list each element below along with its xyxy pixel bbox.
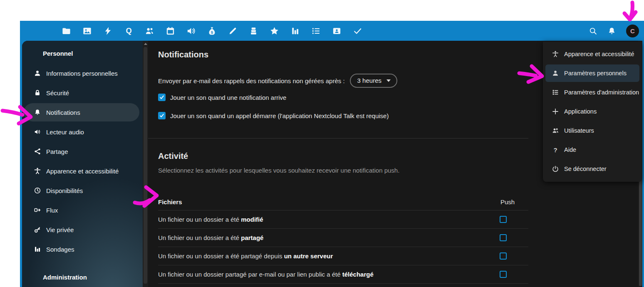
menu-item-label: Applications (564, 108, 597, 115)
files-icon[interactable] (56, 21, 77, 41)
photos-icon[interactable] (77, 21, 97, 41)
section-divider (148, 138, 528, 139)
row-text-bold: téléchargé (342, 271, 374, 278)
list-icon[interactable] (305, 21, 326, 41)
email-reminder-select[interactable]: 3 heures (350, 74, 397, 88)
bell-icon[interactable] (607, 21, 616, 41)
settings-sidebar: Personnel Informations personnelles Sécu… (22, 41, 143, 287)
sidebar-item-informations-personnelles[interactable]: Informations personnelles (24, 64, 139, 82)
contacts-icon[interactable] (139, 21, 160, 41)
row-text-bold: partagé (241, 234, 263, 241)
audio-icon[interactable] (181, 21, 201, 41)
speaker-icon (34, 129, 41, 135)
menu-item-se-deconnecter[interactable]: Se déconnecter (543, 159, 642, 178)
menu-item-label: Paramètres d'administration (564, 89, 639, 96)
menu-item-utilisateurs[interactable]: Utilisateurs (543, 121, 642, 140)
top-bar: Q $ C (20, 21, 644, 41)
sidebar-item-label: Informations personnelles (46, 70, 118, 77)
clock-icon (34, 187, 41, 194)
sidebar-scrollbar[interactable] (143, 41, 148, 287)
sidebar-heading-administration: Administration (43, 274, 87, 281)
chart-icon[interactable] (285, 21, 305, 41)
accessibility-icon (552, 51, 559, 57)
sound-call-checkbox[interactable] (158, 112, 166, 119)
money-bag-icon[interactable]: $ (201, 21, 222, 41)
push-checkbox[interactable] (500, 271, 507, 278)
sidebar-item-partage[interactable]: Partage (24, 142, 139, 161)
row-text: Un fichier ou un dossier a été (158, 234, 241, 241)
sidebar-item-disponibilites[interactable]: Disponibilités (24, 181, 139, 200)
fichiers-group-header: Fichiers (158, 198, 182, 205)
sidebar-item-label: Partage (46, 148, 68, 155)
menu-item-label: Apparence et accessibilité (564, 51, 634, 57)
user-icon (34, 70, 41, 77)
activity-table-header: Fichiers Push (158, 195, 528, 210)
svg-text:Q: Q (126, 27, 131, 35)
user-dropdown-menu: Apparence et accessibilité Paramètres pe… (543, 42, 642, 182)
email-reminder-value: 3 heures (357, 77, 381, 84)
push-checkbox[interactable] (500, 252, 507, 260)
star-icon[interactable] (264, 21, 285, 41)
menu-item-aide[interactable]: ? Aide (543, 140, 642, 159)
annotation-arrow-avatar (624, 2, 636, 20)
share-icon (34, 148, 41, 155)
activity-table: Fichiers Push Un fichier ou un dossier a… (158, 195, 528, 284)
users-icon (552, 127, 559, 134)
power-icon (552, 166, 559, 172)
activity-section-title: Activité (158, 151, 188, 161)
menu-item-label: Utilisateurs (564, 127, 594, 134)
menu-item-label: Se déconnecter (564, 166, 607, 172)
push-checkbox[interactable] (500, 216, 507, 223)
menu-item-apparence[interactable]: Apparence et accessibilité (543, 45, 642, 64)
sidebar-item-sondages[interactable]: Sondages (24, 240, 139, 258)
key-icon (34, 226, 41, 233)
user-avatar[interactable]: C (626, 25, 639, 37)
sidebar-item-label: Sécurité (46, 89, 69, 96)
sidebar-item-apparence[interactable]: Apparence et accessibilité (24, 162, 139, 180)
q-app-icon[interactable]: Q (118, 21, 139, 41)
calendar-icon[interactable] (160, 21, 181, 41)
check-icon[interactable] (347, 21, 368, 41)
admin-settings-icon (552, 89, 559, 96)
notifications-section-title: Notifications (158, 50, 208, 59)
menu-item-applications[interactable]: Applications (543, 102, 642, 121)
push-checkbox[interactable] (500, 234, 507, 241)
svg-text:$: $ (211, 30, 213, 34)
pencil-icon[interactable] (222, 21, 243, 41)
sidebar-item-vie-privee[interactable]: Vie privée (24, 220, 139, 239)
bell-icon (34, 109, 41, 116)
app-launcher: Q $ (56, 21, 368, 41)
row-text-bold: un autre serveur (284, 252, 333, 260)
activity-icon[interactable] (97, 21, 118, 41)
sidebar-item-label: Disponibilités (46, 187, 83, 194)
table-row: Un fichier ou un dossier partagé par e-m… (158, 265, 528, 284)
scrollbar-up-arrow[interactable] (144, 43, 147, 45)
sidebar-item-securite[interactable]: Sécurité (24, 84, 139, 102)
sidebar-item-notifications[interactable]: Notifications (24, 103, 139, 121)
poll-icon (34, 246, 41, 252)
plus-icon (552, 108, 559, 115)
lock-icon (34, 89, 41, 96)
checkbox-label: Jouer un son quand un appel démarre (l'a… (170, 112, 389, 119)
sound-notification-checkbox[interactable] (158, 94, 166, 101)
sidebar-item-flux[interactable]: Flux (24, 201, 139, 219)
sidebar-heading-personnel: Personnel (43, 50, 73, 57)
row-text-bold: modifié (241, 216, 263, 223)
row-text: Un fichier ou un dossier partagé par e-m… (158, 271, 342, 278)
chevron-down-icon (386, 79, 391, 82)
activity-subtitle: Sélectionnez les activités pour lesquell… (158, 167, 399, 174)
email-reminder-label: Envoyer par e-mail des rappels des notif… (158, 77, 345, 84)
stack-icon[interactable] (243, 21, 264, 41)
sidebar-item-label: Apparence et accessibilité (46, 168, 119, 175)
menu-item-parametres-personnels[interactable]: Paramètres personnels (545, 64, 639, 82)
search-icon[interactable] (589, 21, 597, 41)
user-icon (552, 70, 559, 77)
scrollbar-thumb[interactable] (144, 47, 147, 284)
accessibility-icon (34, 168, 41, 174)
sidebar-item-lecteur-audio[interactable]: Lecteur audio (24, 123, 139, 141)
row-text: Un fichier ou un dossier a été partagé d… (158, 252, 284, 260)
menu-item-parametres-administration[interactable]: Paramètres d'administration (543, 83, 642, 102)
table-row: Un fichier ou un dossier a été modifié (158, 210, 528, 229)
sidebar-item-label: Lecteur audio (46, 129, 84, 136)
contact-card-icon[interactable] (326, 21, 347, 41)
